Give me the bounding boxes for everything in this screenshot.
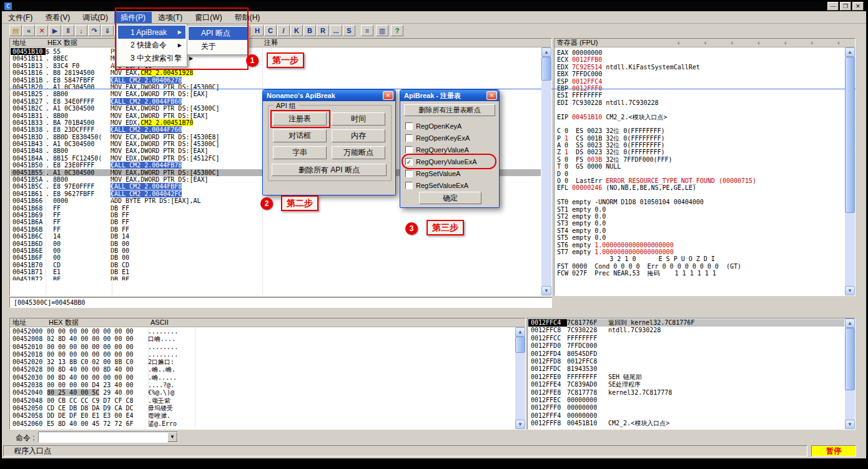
register-line[interactable]: O 0 LastErr ERROR_RESOURCE_TYPE_NOT_FOUN…	[557, 177, 844, 184]
register-line[interactable]: ST6 empty 1.0000000000000000000	[557, 242, 844, 249]
checkbox-box[interactable]	[405, 182, 413, 189]
menubar-item[interactable]: 调试(D)	[76, 12, 114, 23]
scroll-thumb[interactable]	[541, 57, 551, 81]
register-line[interactable]: ST0 empty -UNORM D1D8 01050104 00404000	[557, 199, 844, 205]
disasm-scrollbar[interactable]: ▲ ▼	[541, 47, 551, 295]
toolbar-letter-C[interactable]: C	[264, 25, 277, 36]
dump-row[interactable]: 0045203800 00 00 00 D4 23 40 00....?@.	[11, 382, 515, 389]
stack-row[interactable]: 0012FFE0FFFFFFFFSEH 链尾部	[528, 373, 844, 381]
disasm-row[interactable]: 00451B70 CDDB CD	[11, 262, 541, 269]
stack-row[interactable]: 0012FFE87C817778kernel32.7C817778	[528, 389, 844, 397]
register-line[interactable]: ST5 empty 0.0	[557, 234, 844, 241]
stack-row[interactable]: 0012FFF800451B10CM2_2.<模块入口点>	[528, 420, 844, 427]
dump-row[interactable]: 00452050CD CE DB D8 DA D9 CA DC毋坞镂受	[11, 405, 515, 412]
toolbar-letter-S[interactable]: S	[343, 25, 355, 36]
toolbar-letter-...[interactable]: ...	[330, 25, 342, 36]
step-into-icon[interactable]: ↓	[75, 25, 87, 36]
api-group-button-对话框[interactable]: 对话框	[273, 129, 327, 142]
checkbox-box[interactable]	[405, 134, 413, 142]
scroll-thumb[interactable]	[845, 57, 855, 213]
scroll-up-icon[interactable]: ▲	[845, 47, 855, 57]
register-line[interactable]	[557, 106, 844, 113]
scroll-track[interactable]	[845, 57, 855, 286]
stack-scrollbar[interactable]: ▲ ▼	[845, 318, 855, 429]
checkbox-RegOpenKeyA[interactable]: RegOpenKeyA	[405, 120, 496, 132]
trace-into-icon[interactable]: ⇓	[101, 25, 114, 36]
register-line[interactable]: P 1 CS 001B 32位 0(FFFFFFFF)	[557, 135, 844, 142]
register-line[interactable]: EBX 7FFDC000	[557, 71, 844, 77]
disasm-row[interactable]: 00451B6D 00DB 00	[11, 240, 541, 247]
dump-row[interactable]: 00452058DD DE DF E0 E1 E3 00 E4蓿唑濉.	[11, 412, 515, 420]
disasm-row[interactable]: 00451B6E 00DB 00	[11, 247, 541, 254]
register-line[interactable]: EDI 7C930228 ntdll.7C930228	[557, 99, 844, 106]
register-line[interactable]: ST3 empty 0.0	[557, 220, 844, 227]
api-group-button-内存[interactable]: 内存	[332, 129, 385, 142]
stack-row[interactable]: 0012FFF000000000	[528, 404, 844, 412]
dump-row[interactable]: 0045204080 25 40 00 5C 29 40 00€%@.\)@	[11, 389, 515, 397]
register-line[interactable]	[557, 192, 844, 199]
column-divider[interactable]	[148, 328, 149, 428]
disasm-row[interactable]: 00451B69 FFDB FF	[11, 212, 541, 219]
stack-row[interactable]: 0012FFD07FFDC000	[528, 342, 844, 350]
stack-row[interactable]: 0012FFD480545DFD	[528, 350, 844, 358]
register-line[interactable]: D 0	[557, 170, 844, 177]
menubar-item[interactable]: 文件(F)	[2, 12, 39, 23]
disasm-row[interactable]: 00451B16. B8 28194500MOV EAX,CM2_2.00451…	[11, 69, 541, 76]
dump-row[interactable]: 00452060E5 8D 40 00 45 72 72 6F鋈@.Erro	[11, 420, 515, 428]
scroll-track[interactable]	[845, 328, 855, 420]
delete-all-api-breakpoints-button[interactable]: 删除所有 API 断点	[272, 164, 387, 176]
delete-registry-breakpoints-button[interactable]: 删除所有注册表断点	[404, 104, 495, 116]
dialog-titlebar[interactable]: Nonameo's ApiBreak ✕	[263, 90, 395, 101]
register-line[interactable]: 3 2 1 0 E S P U O Z D I	[557, 255, 844, 262]
api-group-button-时间[interactable]: 时间	[332, 112, 385, 126]
restore-button[interactable]: ❐	[840, 2, 851, 11]
api-group-button-万能断点[interactable]: 万能断点	[332, 146, 385, 159]
scroll-up-icon[interactable]: ▲	[541, 47, 551, 57]
toolbar-letter-R[interactable]: R	[317, 25, 329, 36]
scroll-up-icon[interactable]: ▲	[515, 327, 525, 337]
column-divider[interactable]	[195, 328, 195, 428]
register-line[interactable]: S 0 FS 003B 32位 7FFDF000(FFF)	[557, 156, 844, 163]
scroll-down-icon[interactable]: ▼	[845, 286, 855, 295]
windows-list-icon[interactable]: ▥	[376, 25, 388, 36]
close-button[interactable]: ✕	[852, 2, 864, 11]
register-line[interactable]: ECX 0012FFB0	[557, 56, 844, 63]
menubar-item[interactable]: 查看(V)	[39, 12, 76, 23]
open-file-icon[interactable]: ▤	[9, 25, 22, 36]
register-line[interactable]: Z 1 DS 0023 32位 0(FFFFFFFF)	[557, 149, 844, 156]
stack-row[interactable]: 0012FFE47C839AD0SE处理程序	[528, 381, 844, 388]
dump-row[interactable]: 0045201800 00 00 00 00 00 00 00........	[11, 351, 515, 358]
register-line[interactable]: ESI FFFFFFFF	[557, 92, 844, 99]
column-divider[interactable]	[47, 328, 47, 428]
register-line[interactable]: EAX 00000000	[557, 49, 844, 56]
disasm-row[interactable]: 00451B71 E1DB E1	[11, 269, 541, 275]
register-line[interactable]: EFL 00000246 (NO,NB,E,BE,NS,PE,GE,LE)	[557, 184, 844, 191]
toolbar-letter-K[interactable]: K	[290, 25, 303, 36]
register-line[interactable]: ST4 empty 0.0	[557, 227, 844, 234]
stack-row[interactable]: 0012FFC47C81776F返回到 kernel32.7C81776F	[528, 319, 844, 327]
dump-row[interactable]: 0045204800 CB CC CC C9 D7 CF C8.颂壬紫	[11, 397, 515, 405]
stack-row[interactable]: 0012FFC87C930228ntdll.7C930228	[528, 327, 844, 334]
checkbox-box[interactable]	[405, 170, 413, 177]
scroll-thumb[interactable]	[515, 337, 525, 353]
disasm-row[interactable]: 00451B72 BFDB BF	[11, 276, 541, 281]
register-line[interactable]: ST2 empty 0.0	[557, 213, 844, 220]
ok-button[interactable]: 确定	[419, 192, 481, 204]
help-icon[interactable]: ?	[391, 25, 403, 36]
dump-row[interactable]: 0045200000 00 00 00 00 00 00 00........	[11, 328, 515, 335]
scroll-track[interactable]	[541, 57, 551, 286]
close-program-icon[interactable]: ✕	[36, 25, 48, 36]
register-line[interactable]: EIP 00451B10 CM2_2.<模块入口点>	[557, 114, 844, 121]
log-window-icon[interactable]: ≡	[361, 25, 373, 36]
combobox-dropdown-icon[interactable]: ▼	[167, 432, 177, 442]
register-line[interactable]: T 0 GS 0000 NULL	[557, 163, 844, 170]
dump-row[interactable]: 0045200802 8D 40 00 00 00 00 00口崅....	[11, 335, 515, 343]
stack-row[interactable]: 0012FFEC00000000	[528, 397, 844, 404]
api-group-button-字串[interactable]: 字串	[273, 146, 327, 159]
checkbox-RegOpenKeyExA[interactable]: RegOpenKeyExA	[405, 132, 496, 144]
register-line[interactable]: ST7 empty 1.0000000000000000000	[557, 249, 844, 255]
register-line[interactable]: ST1 empty 0.0	[557, 206, 844, 213]
run-icon[interactable]: ▶	[49, 25, 61, 36]
dump-scrollbar[interactable]: ▲ ▼	[515, 327, 525, 429]
scroll-down-icon[interactable]: ▼	[515, 420, 525, 429]
